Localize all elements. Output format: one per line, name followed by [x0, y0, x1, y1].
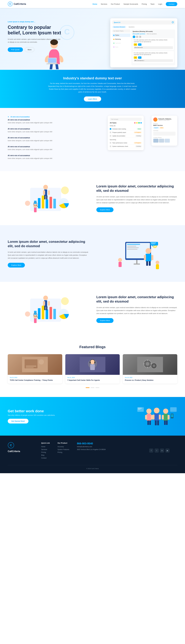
- tab-questions-browsed[interactable]: Questions Browsed: [112, 26, 126, 28]
- explore-button-2[interactable]: Explore More: [8, 263, 25, 268]
- topic-marketing[interactable]: Marketing: [112, 38, 130, 41]
- answer-btn-3[interactable]: A: [134, 56, 137, 59]
- footer-product-pricing[interactable]: Pricing: [58, 452, 69, 453]
- marketing-dot: [113, 39, 114, 40]
- option-mine[interactable]: Show my questions: [146, 33, 157, 34]
- svg-rect-113: [157, 420, 159, 425]
- learn-more-button[interactable]: Learn More: [84, 96, 101, 102]
- more-button[interactable]: More: [25, 47, 34, 52]
- nav-team[interactable]: Team: [150, 3, 154, 5]
- feature-item-3: At vero eos et accusamus lorem direc tem…: [8, 137, 100, 142]
- task-check-3[interactable]: [110, 135, 111, 137]
- blog-image-1: [8, 354, 62, 375]
- content-desc-3: Ut enim ad minim veniam, quis nostrud ex…: [96, 306, 177, 315]
- blog-img-svg-2: [80, 357, 106, 372]
- topic-search[interactable]: Search Topics: [112, 30, 130, 32]
- svg-point-68: [43, 296, 48, 300]
- blog-img-svg-3: [137, 357, 163, 372]
- profile-services: Services MARY Services Support Sales: [153, 123, 176, 129]
- topic-python[interactable]: Python: [112, 34, 130, 37]
- topic-extra-label2: React: [115, 46, 118, 48]
- svg-text:C: C: [10, 3, 11, 5]
- nav-home[interactable]: Home: [92, 3, 97, 5]
- profile-user: Katuachi, Alabama, Alabama Road 30001: [153, 118, 176, 122]
- progress-circle: [172, 22, 174, 24]
- facebook-icon[interactable]: f: [149, 448, 153, 452]
- footer-product-features[interactable]: System Features: [58, 448, 69, 450]
- pagination-dot-3[interactable]: [96, 388, 99, 388]
- svg-rect-5: [48, 58, 56, 63]
- footer-link-blog[interactable]: Blog: [41, 454, 50, 456]
- answer-btn-4[interactable]: B: [138, 56, 142, 59]
- svg-point-53: [118, 258, 122, 262]
- footer-product-accuracy[interactable]: Accuracy: [58, 446, 69, 448]
- cta-people-svg: [136, 404, 177, 429]
- tasks-header: Task Manager: [110, 118, 142, 121]
- twitter-icon[interactable]: t: [154, 448, 159, 452]
- svg-point-65: [61, 297, 69, 305]
- linkedin-icon[interactable]: in: [160, 448, 164, 452]
- task-check-4[interactable]: [110, 142, 111, 144]
- youtube-icon[interactable]: ▶: [166, 448, 170, 452]
- task-check-5[interactable]: [110, 146, 111, 147]
- code-block-2: B#A.Instance(): [134, 59, 173, 62]
- nav-pricing[interactable]: Pricing: [142, 3, 147, 5]
- topic-extra2[interactable]: React: [112, 45, 130, 49]
- explore-button-3[interactable]: Explore More: [96, 318, 114, 323]
- task-check-1[interactable]: ✓: [110, 128, 111, 130]
- pagination-dot-1[interactable]: [86, 388, 90, 388]
- footer-brand-name: CallCriteria: [8, 450, 34, 453]
- photo-1: [153, 139, 158, 142]
- svg-rect-121: [170, 407, 177, 412]
- footer-phone[interactable]: 866-903-9540: [77, 442, 177, 445]
- blog-card-2[interactable]: Oct 21, 2019 7 Important Call Center Ski…: [65, 354, 120, 384]
- svg-point-98: [146, 408, 152, 414]
- get-started-button[interactable]: Get Started Now!: [8, 419, 28, 424]
- option-public[interactable]: Show public questions: [133, 33, 145, 34]
- brand-logo[interactable]: C CallCriteria: [8, 2, 26, 6]
- pagination-dot-2[interactable]: [90, 388, 94, 388]
- blog-card-3[interactable]: Oct 18, 2019 Process vs. Product | Easy …: [123, 354, 177, 384]
- feature-title-5: At vero eos et accusamus: [8, 154, 100, 156]
- tab-questions[interactable]: Questions: [128, 26, 136, 28]
- nav-scorecards[interactable]: Sample Scorecards: [124, 3, 138, 5]
- answer-btn-1[interactable]: A: [134, 44, 137, 46]
- feature-title-2: At vero eos et accusamus: [8, 128, 100, 130]
- nav-services[interactable]: Services: [101, 3, 107, 5]
- watermark-svg: C: [59, 25, 75, 40]
- explore-button-1[interactable]: Explore More: [96, 207, 114, 212]
- svg-rect-15: [42, 196, 44, 208]
- svg-rect-81: [26, 366, 36, 366]
- question-text-1: If A is the superclass and B is the subc…: [134, 39, 167, 42]
- blog-post-title-1: TCPA Call Center Compliance Training - 7…: [10, 379, 60, 382]
- tasks-panel: Task Manager All Tasks Today (4) ✓ Sched…: [108, 116, 144, 150]
- task-check-2[interactable]: [110, 132, 111, 133]
- footer-link-services[interactable]: Services: [41, 448, 50, 450]
- svg-rect-17: [50, 197, 52, 208]
- page-1[interactable]: 1: [133, 36, 135, 38]
- feature-item-4: At vero eos et accusamus lorem direc tem…: [8, 146, 100, 151]
- profile-info: Katuachi, Alabama, Alabama Road 30001: [158, 118, 172, 121]
- svg-rect-110: [148, 420, 149, 425]
- free-quote-button[interactable]: Free Quote: [8, 48, 23, 52]
- answer-btn-2[interactable]: B: [138, 44, 142, 46]
- footer-link-contact[interactable]: Contact: [41, 457, 50, 459]
- blog-post-title-3: Process vs. Product | Easy Solution: [125, 379, 175, 382]
- footer-link-pricing[interactable]: Pricing: [41, 452, 50, 453]
- nav-login[interactable]: Login: [158, 3, 162, 5]
- contact-button[interactable]: Contact: [166, 2, 177, 6]
- page-3[interactable]: 3: [139, 36, 142, 38]
- footer-link-home[interactable]: Home: [41, 446, 50, 448]
- svg-rect-86: [90, 364, 95, 370]
- nav-product[interactable]: Our Product: [111, 3, 120, 5]
- footer-email: hello@callcriteria.com: [77, 446, 177, 448]
- svg-rect-73: [46, 306, 48, 310]
- blog-card-1[interactable]: Oct 23, 2019 TCPA Call Center Compliance…: [8, 354, 62, 384]
- task-status-5: Pending: [136, 146, 142, 147]
- page-2[interactable]: 2: [136, 36, 138, 38]
- svg-rect-112: [155, 420, 157, 425]
- feature-link-1[interactable]: + At vero eos et accusantus: [8, 116, 100, 118]
- question-block-1: If A is the superclass and B is the subc…: [133, 38, 174, 50]
- content-text-2: Lorem ipsum dolor amet, consectetur adip…: [8, 240, 89, 268]
- topic-extra1[interactable]: TypeScript: [112, 42, 130, 45]
